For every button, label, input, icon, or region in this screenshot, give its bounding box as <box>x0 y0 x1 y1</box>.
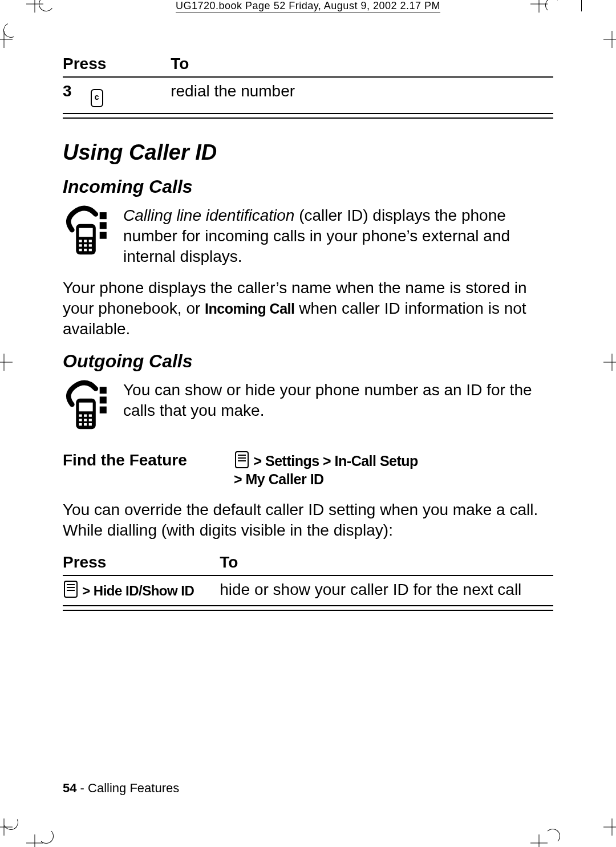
step-number: 3 <box>63 82 72 100</box>
svg-rect-26 <box>100 396 107 403</box>
chapter-name: Calling Features <box>88 781 179 795</box>
svg-rect-9 <box>84 249 87 251</box>
page-footer: 54 - Calling Features <box>63 781 179 796</box>
svg-rect-25 <box>100 387 107 394</box>
svg-rect-4 <box>89 240 92 242</box>
subsection-incoming: Incoming Calls <box>63 176 553 197</box>
menu-key-icon <box>64 581 78 598</box>
svg-rect-7 <box>89 244 92 246</box>
svg-rect-27 <box>100 407 107 414</box>
table-row: > Hide ID/Show ID hide or show your call… <box>63 576 553 604</box>
svg-rect-17 <box>84 414 87 416</box>
incoming-p2: Your phone displays the caller’s name wh… <box>63 278 553 339</box>
col-to: To <box>220 550 553 576</box>
page-body: Press To 3 c redial the number Using Cal… <box>63 51 553 796</box>
svg-rect-8 <box>79 249 82 251</box>
svg-rect-11 <box>100 212 107 219</box>
svg-rect-1 <box>79 228 92 237</box>
find-feature-label: Find the Feature <box>63 451 234 488</box>
redial-table: Press To 3 c redial the number <box>63 51 553 112</box>
step-action: redial the number <box>171 77 553 112</box>
table-rule <box>63 113 553 119</box>
table-row: 3 c redial the number <box>63 77 553 112</box>
svg-rect-3 <box>84 240 87 242</box>
doc-header: UG1720.book Page 52 Friday, August 9, 20… <box>63 0 553 12</box>
find-feature-row: Find the Feature > Settings > In-Call Se… <box>63 451 553 488</box>
outgoing-block: You can show or hide your phone number a… <box>63 380 553 434</box>
outgoing-p1: You can show or hide your phone number a… <box>123 380 553 421</box>
svg-rect-21 <box>89 419 92 421</box>
svg-rect-12 <box>100 222 107 229</box>
svg-rect-6 <box>84 244 87 246</box>
svg-rect-19 <box>79 419 82 421</box>
step-action: hide or show your caller ID for the next… <box>220 576 553 604</box>
menu-key-icon <box>235 451 249 468</box>
svg-rect-13 <box>100 232 107 239</box>
svg-rect-2 <box>79 240 82 242</box>
svg-rect-16 <box>79 414 82 416</box>
svg-rect-20 <box>84 419 87 421</box>
svg-rect-15 <box>79 403 92 412</box>
call-key-icon: c <box>91 89 103 107</box>
override-paragraph: You can override the default caller ID s… <box>63 500 553 541</box>
hide-id-table: Press To > Hide ID/Show ID hide or show … <box>63 550 553 604</box>
subsection-outgoing: Outgoing Calls <box>63 351 553 372</box>
svg-rect-22 <box>79 423 82 425</box>
svg-rect-18 <box>89 414 92 416</box>
incoming-p1: Calling line identification (caller ID) … <box>123 205 553 266</box>
col-press: Press <box>63 550 220 576</box>
phone-ring-icon <box>63 380 113 434</box>
svg-rect-10 <box>89 249 92 251</box>
page-number: 54 <box>63 781 76 795</box>
incoming-block: Calling line identification (caller ID) … <box>63 205 553 275</box>
svg-rect-23 <box>84 423 87 425</box>
phone-ring-icon <box>63 205 113 260</box>
col-to: To <box>171 51 553 77</box>
table-rule <box>63 605 553 611</box>
col-press: Press <box>63 51 171 77</box>
section-heading: Using Caller ID <box>63 140 553 165</box>
svg-rect-24 <box>89 423 92 425</box>
find-feature-path: > Settings > In-Call Setup > My Caller I… <box>234 451 553 488</box>
svg-rect-5 <box>79 244 82 246</box>
